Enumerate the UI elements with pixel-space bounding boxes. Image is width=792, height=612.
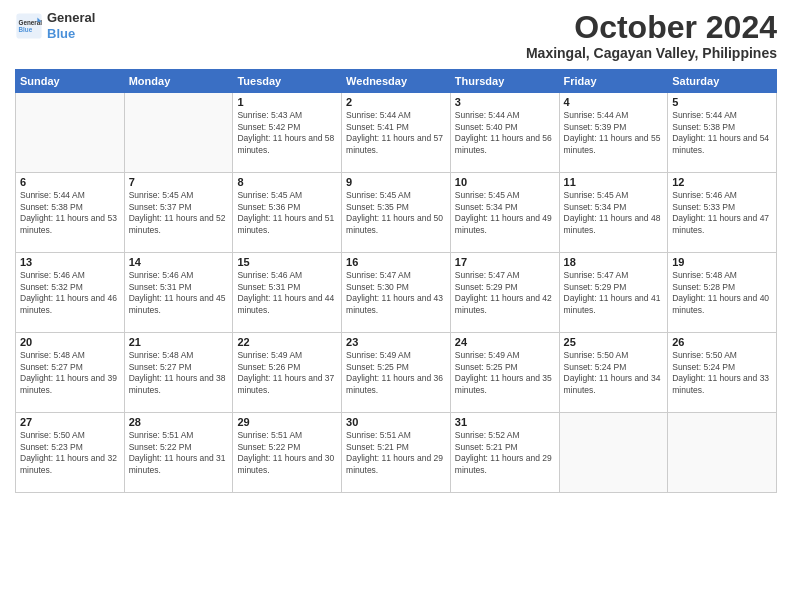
day-number: 19: [672, 256, 772, 268]
table-row: [16, 93, 125, 173]
day-detail: Sunrise: 5:51 AMSunset: 5:21 PMDaylight:…: [346, 430, 446, 476]
day-number: 31: [455, 416, 555, 428]
day-detail: Sunrise: 5:45 AMSunset: 5:37 PMDaylight:…: [129, 190, 229, 236]
table-row: 15Sunrise: 5:46 AMSunset: 5:31 PMDayligh…: [233, 253, 342, 333]
day-number: 15: [237, 256, 337, 268]
day-number: 2: [346, 96, 446, 108]
table-row: 6Sunrise: 5:44 AMSunset: 5:38 PMDaylight…: [16, 173, 125, 253]
day-detail: Sunrise: 5:43 AMSunset: 5:42 PMDaylight:…: [237, 110, 337, 156]
table-row: 3Sunrise: 5:44 AMSunset: 5:40 PMDaylight…: [450, 93, 559, 173]
table-row: 13Sunrise: 5:46 AMSunset: 5:32 PMDayligh…: [16, 253, 125, 333]
table-row: 20Sunrise: 5:48 AMSunset: 5:27 PMDayligh…: [16, 333, 125, 413]
table-row: 24Sunrise: 5:49 AMSunset: 5:25 PMDayligh…: [450, 333, 559, 413]
day-detail: Sunrise: 5:47 AMSunset: 5:30 PMDaylight:…: [346, 270, 446, 316]
table-row: 16Sunrise: 5:47 AMSunset: 5:30 PMDayligh…: [342, 253, 451, 333]
day-number: 21: [129, 336, 229, 348]
table-row: 30Sunrise: 5:51 AMSunset: 5:21 PMDayligh…: [342, 413, 451, 493]
table-row: [559, 413, 668, 493]
svg-text:Blue: Blue: [19, 26, 33, 33]
title-block: October 2024 Maxingal, Cagayan Valley, P…: [526, 10, 777, 61]
logo-icon: General Blue: [15, 12, 43, 40]
table-row: 19Sunrise: 5:48 AMSunset: 5:28 PMDayligh…: [668, 253, 777, 333]
table-row: 28Sunrise: 5:51 AMSunset: 5:22 PMDayligh…: [124, 413, 233, 493]
col-saturday: Saturday: [668, 70, 777, 93]
logo-line2: Blue: [47, 26, 95, 42]
calendar-week-row: 13Sunrise: 5:46 AMSunset: 5:32 PMDayligh…: [16, 253, 777, 333]
day-detail: Sunrise: 5:46 AMSunset: 5:33 PMDaylight:…: [672, 190, 772, 236]
day-detail: Sunrise: 5:52 AMSunset: 5:21 PMDaylight:…: [455, 430, 555, 476]
day-number: 24: [455, 336, 555, 348]
day-number: 14: [129, 256, 229, 268]
day-detail: Sunrise: 5:44 AMSunset: 5:40 PMDaylight:…: [455, 110, 555, 156]
day-number: 7: [129, 176, 229, 188]
day-number: 11: [564, 176, 664, 188]
calendar: Sunday Monday Tuesday Wednesday Thursday…: [15, 69, 777, 493]
day-detail: Sunrise: 5:50 AMSunset: 5:23 PMDaylight:…: [20, 430, 120, 476]
day-detail: Sunrise: 5:50 AMSunset: 5:24 PMDaylight:…: [564, 350, 664, 396]
table-row: 29Sunrise: 5:51 AMSunset: 5:22 PMDayligh…: [233, 413, 342, 493]
calendar-week-row: 20Sunrise: 5:48 AMSunset: 5:27 PMDayligh…: [16, 333, 777, 413]
day-number: 13: [20, 256, 120, 268]
table-row: 25Sunrise: 5:50 AMSunset: 5:24 PMDayligh…: [559, 333, 668, 413]
day-number: 25: [564, 336, 664, 348]
day-number: 10: [455, 176, 555, 188]
day-number: 28: [129, 416, 229, 428]
day-detail: Sunrise: 5:48 AMSunset: 5:28 PMDaylight:…: [672, 270, 772, 316]
table-row: 21Sunrise: 5:48 AMSunset: 5:27 PMDayligh…: [124, 333, 233, 413]
day-detail: Sunrise: 5:44 AMSunset: 5:38 PMDaylight:…: [672, 110, 772, 156]
calendar-week-row: 6Sunrise: 5:44 AMSunset: 5:38 PMDaylight…: [16, 173, 777, 253]
day-number: 18: [564, 256, 664, 268]
day-detail: Sunrise: 5:45 AMSunset: 5:34 PMDaylight:…: [564, 190, 664, 236]
table-row: 14Sunrise: 5:46 AMSunset: 5:31 PMDayligh…: [124, 253, 233, 333]
day-detail: Sunrise: 5:44 AMSunset: 5:39 PMDaylight:…: [564, 110, 664, 156]
logo: General Blue General Blue: [15, 10, 95, 41]
calendar-week-row: 27Sunrise: 5:50 AMSunset: 5:23 PMDayligh…: [16, 413, 777, 493]
day-number: 6: [20, 176, 120, 188]
day-detail: Sunrise: 5:44 AMSunset: 5:38 PMDaylight:…: [20, 190, 120, 236]
day-number: 27: [20, 416, 120, 428]
table-row: 10Sunrise: 5:45 AMSunset: 5:34 PMDayligh…: [450, 173, 559, 253]
day-detail: Sunrise: 5:47 AMSunset: 5:29 PMDaylight:…: [564, 270, 664, 316]
table-row: 2Sunrise: 5:44 AMSunset: 5:41 PMDaylight…: [342, 93, 451, 173]
day-detail: Sunrise: 5:51 AMSunset: 5:22 PMDaylight:…: [237, 430, 337, 476]
col-thursday: Thursday: [450, 70, 559, 93]
col-tuesday: Tuesday: [233, 70, 342, 93]
day-number: 17: [455, 256, 555, 268]
day-number: 4: [564, 96, 664, 108]
table-row: 26Sunrise: 5:50 AMSunset: 5:24 PMDayligh…: [668, 333, 777, 413]
table-row: 22Sunrise: 5:49 AMSunset: 5:26 PMDayligh…: [233, 333, 342, 413]
table-row: 27Sunrise: 5:50 AMSunset: 5:23 PMDayligh…: [16, 413, 125, 493]
col-friday: Friday: [559, 70, 668, 93]
day-detail: Sunrise: 5:45 AMSunset: 5:36 PMDaylight:…: [237, 190, 337, 236]
day-detail: Sunrise: 5:49 AMSunset: 5:26 PMDaylight:…: [237, 350, 337, 396]
table-row: 9Sunrise: 5:45 AMSunset: 5:35 PMDaylight…: [342, 173, 451, 253]
day-detail: Sunrise: 5:48 AMSunset: 5:27 PMDaylight:…: [129, 350, 229, 396]
day-number: 16: [346, 256, 446, 268]
day-detail: Sunrise: 5:47 AMSunset: 5:29 PMDaylight:…: [455, 270, 555, 316]
table-row: [668, 413, 777, 493]
day-detail: Sunrise: 5:49 AMSunset: 5:25 PMDaylight:…: [455, 350, 555, 396]
day-detail: Sunrise: 5:46 AMSunset: 5:31 PMDaylight:…: [237, 270, 337, 316]
day-detail: Sunrise: 5:50 AMSunset: 5:24 PMDaylight:…: [672, 350, 772, 396]
day-number: 29: [237, 416, 337, 428]
calendar-week-row: 1Sunrise: 5:43 AMSunset: 5:42 PMDaylight…: [16, 93, 777, 173]
table-row: 18Sunrise: 5:47 AMSunset: 5:29 PMDayligh…: [559, 253, 668, 333]
calendar-header-row: Sunday Monday Tuesday Wednesday Thursday…: [16, 70, 777, 93]
col-wednesday: Wednesday: [342, 70, 451, 93]
table-row: 7Sunrise: 5:45 AMSunset: 5:37 PMDaylight…: [124, 173, 233, 253]
day-detail: Sunrise: 5:45 AMSunset: 5:35 PMDaylight:…: [346, 190, 446, 236]
table-row: 11Sunrise: 5:45 AMSunset: 5:34 PMDayligh…: [559, 173, 668, 253]
day-number: 23: [346, 336, 446, 348]
table-row: 17Sunrise: 5:47 AMSunset: 5:29 PMDayligh…: [450, 253, 559, 333]
day-detail: Sunrise: 5:45 AMSunset: 5:34 PMDaylight:…: [455, 190, 555, 236]
month-title: October 2024: [526, 10, 777, 45]
table-row: 12Sunrise: 5:46 AMSunset: 5:33 PMDayligh…: [668, 173, 777, 253]
header: General Blue General Blue October 2024 M…: [15, 10, 777, 61]
day-number: 30: [346, 416, 446, 428]
table-row: 1Sunrise: 5:43 AMSunset: 5:42 PMDaylight…: [233, 93, 342, 173]
table-row: 4Sunrise: 5:44 AMSunset: 5:39 PMDaylight…: [559, 93, 668, 173]
day-number: 8: [237, 176, 337, 188]
day-detail: Sunrise: 5:51 AMSunset: 5:22 PMDaylight:…: [129, 430, 229, 476]
col-monday: Monday: [124, 70, 233, 93]
day-detail: Sunrise: 5:44 AMSunset: 5:41 PMDaylight:…: [346, 110, 446, 156]
